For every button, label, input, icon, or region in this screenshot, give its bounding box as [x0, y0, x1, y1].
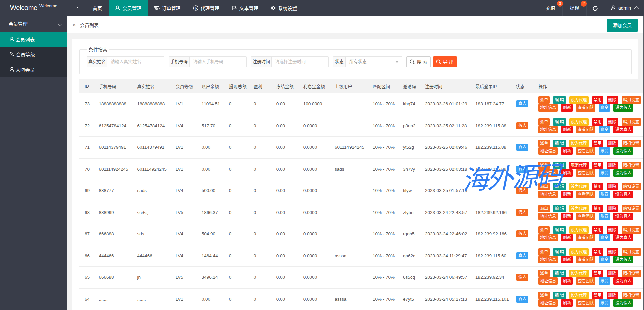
- svg-text:$: $: [194, 6, 196, 10]
